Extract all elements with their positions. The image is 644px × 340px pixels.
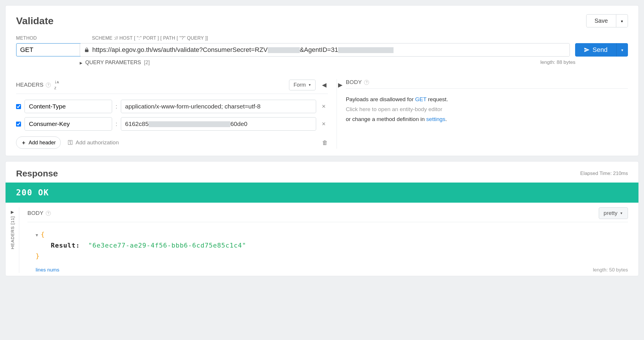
save-button[interactable]: Save [586,14,617,27]
pretty-label: pretty [604,210,618,216]
header-name-input[interactable] [25,117,112,131]
headers-help-icon[interactable]: ? [46,83,51,87]
header-colon: : [116,121,117,127]
headers-footer: ＋ Add header ⚿ Add authorization 🗑 [16,136,328,149]
add-header-button[interactable]: ＋ Add header [16,136,61,149]
url-row: https://api.egov.go.th/ws/auth/validate?… [16,43,628,57]
response-header: Response Elapsed Time: 210ms [6,162,638,183]
url-redacted-1 [268,47,300,53]
json-open-brace: { [41,231,45,238]
header-val-redacted [149,121,230,127]
header-colon: : [116,103,117,110]
json-collapse-icon[interactable]: ▼ [36,233,38,237]
request-header: Validate Save [16,14,628,27]
body-message: Payloads are disallowed for GET request.… [346,94,628,124]
send-button-group: Send [575,43,628,57]
headers-form-toggle[interactable]: Form [289,80,316,90]
save-dropdown-caret[interactable] [616,14,628,27]
field-labels: METHOD SCHEME :// HOST [ ":" PORT ] [ PA… [16,36,628,41]
status-bar: 200 OK [6,183,638,203]
json-value: "6e3ece77-ae29-4f56-bbb6-6cd75e85c1c4" [88,242,246,249]
header-row: : application/x-www-form-urlencoded; cha… [16,100,328,113]
clear-headers-icon[interactable]: 🗑 [322,139,328,146]
send-dropdown-caret[interactable] [616,43,628,57]
url-input[interactable]: https://api.egov.go.th/ws/auth/validate?… [80,43,570,57]
body-msg-get-link[interactable]: GET [415,96,427,102]
header-val-suffix: 60de0 [230,120,247,127]
url-length-info: length: 88 bytes [540,59,575,66]
url-text: https://api.egov.go.th/ws/auth/validate?… [92,46,565,54]
section-collapse-arrows: ◀ ▶ [322,81,342,88]
add-authorization-button[interactable]: ⚿ Add authorization [68,139,119,146]
header-delete-icon[interactable]: × [320,103,328,110]
body-section-header: BODY ? [346,79,628,89]
header-enabled-checkbox[interactable] [16,122,21,127]
header-enabled-checkbox[interactable] [16,104,21,109]
lines-nums-link[interactable]: lines nums [36,267,59,273]
header-row: : 6162c8560de0 × [16,117,328,131]
body-msg-line3: or change a method definition in setting… [346,114,628,124]
method-group [16,43,74,57]
json-close-brace: } [36,252,40,260]
form-toggle-label: Form [293,82,306,88]
body-msg-text: . [445,116,447,122]
response-title: Response [16,169,58,178]
query-params-label: QUERY PARAMETERS [85,59,141,66]
response-headers-vertical-tab[interactable]: ▶ HEADERS [11] [6,207,19,273]
plus-icon: ＋ [21,139,26,146]
url-redacted-2 [338,47,394,53]
headers-title: HEADERS [16,82,43,88]
json-key: Result [51,242,76,249]
request-panel: Validate Save METHOD SCHEME :// HOST [ "… [5,5,639,156]
add-header-label: Add header [29,140,56,146]
form-toggle-caret-icon [308,83,311,87]
response-length-info: length: 50 bytes [593,267,628,273]
response-headers-caret-icon: ▶ [11,210,14,214]
header-delete-icon[interactable]: × [320,120,328,128]
header-value-input[interactable]: 6162c8560de0 [121,117,316,131]
send-icon [584,47,590,53]
add-auth-label: Add authorization [76,139,119,146]
header-val-text: application/x-www-form-urlencoded; chars… [125,103,261,110]
method-label: METHOD [16,36,92,41]
query-parameters-toggle[interactable]: QUERY PARAMETERS [2] [80,59,150,66]
request-title: Validate [16,15,54,27]
body-help-icon[interactable]: ? [364,80,369,85]
response-body-header: BODY ? pretty [27,207,628,222]
response-json: ▼{ Result: "6e3ece77-ae29-4f56-bbb6-6cd7… [36,229,628,261]
collapse-right-icon[interactable]: ▶ [338,81,342,88]
body-msg-line1: Payloads are disallowed for GET request. [346,94,628,104]
response-footer: lines nums length: 50 bytes [36,267,628,273]
sections-row: HEADERS ? ↓AZ Form ◀ ▶ [16,79,628,149]
response-body-section: BODY ? pretty ▼{ Result: "6e3ece77-ae29-… [19,207,638,273]
query-params-caret-icon [80,59,82,66]
key-icon: ⚿ [68,139,73,146]
response-headers-label: HEADERS [11] [10,216,15,249]
headers-sort-icon[interactable]: ↓AZ [54,79,59,91]
body-msg-settings-link[interactable]: settings [426,116,445,122]
headers-section: HEADERS ? ↓AZ Form ◀ ▶ [16,79,337,149]
body-msg-text: Payloads are disallowed for [346,96,415,102]
send-label: Send [593,46,608,54]
header-value-input[interactable]: application/x-www-form-urlencoded; chars… [121,100,316,113]
response-panel: Response Elapsed Time: 210ms 200 OK ▶ HE… [5,161,639,276]
header-name-input[interactable] [25,100,112,113]
header-val-prefix: 6162c85 [125,120,149,127]
response-body-help-icon[interactable]: ? [46,211,51,216]
body-msg-line2[interactable]: Click here to open an entity-body editor [346,104,628,114]
send-button[interactable]: Send [575,43,616,57]
response-content: ▶ HEADERS [11] BODY ? pretty ▼{ Result: … [6,203,638,276]
under-url-row: QUERY PARAMETERS [2] length: 88 bytes [80,59,575,66]
query-params-count: [2] [144,59,150,66]
pretty-caret-icon [620,211,623,215]
body-title: BODY [346,79,362,85]
collapse-left-icon[interactable]: ◀ [322,81,326,88]
body-msg-text: request. [427,96,448,102]
elapsed-time: Elapsed Time: 210ms [580,171,628,176]
body-section: BODY ? Payloads are disallowed for GET r… [337,79,628,149]
save-button-group: Save [586,14,628,27]
pretty-toggle[interactable]: pretty [599,207,628,219]
response-body-title: BODY [27,210,43,216]
lock-icon [84,47,89,52]
headers-section-header: HEADERS ? ↓AZ Form ◀ ▶ [16,79,328,94]
